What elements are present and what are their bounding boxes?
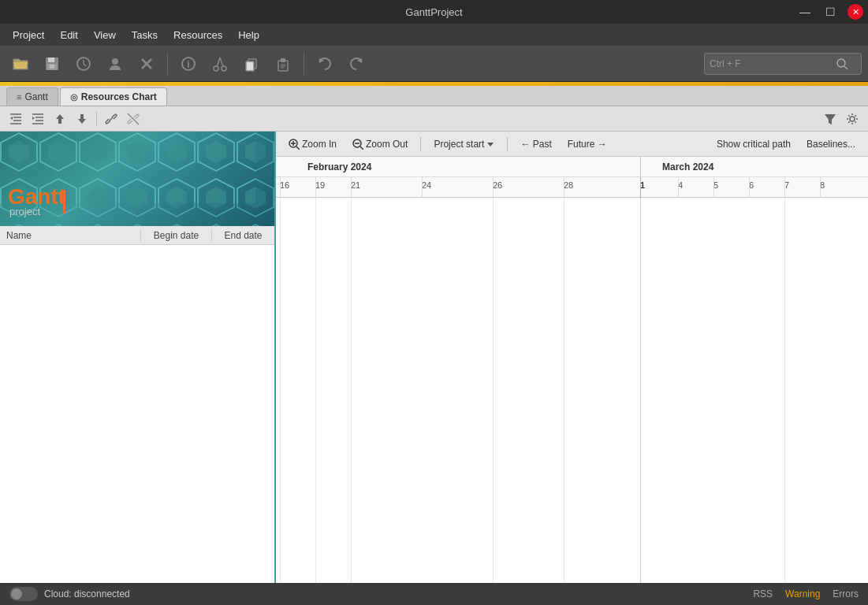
search-input[interactable] <box>710 58 836 69</box>
copy-button[interactable] <box>237 50 266 78</box>
close-button[interactable]: ✕ <box>848 4 863 20</box>
link-button[interactable] <box>102 109 121 128</box>
title-bar: GanttProject — ☐ ✕ <box>0 0 868 24</box>
baselines-button[interactable]: Baselines... <box>800 136 862 152</box>
menu-edit[interactable]: Edit <box>54 27 84 43</box>
secondary-toolbar <box>0 106 868 132</box>
future-button[interactable]: Future → <box>561 136 613 152</box>
grid-v-1 <box>640 198 641 583</box>
svg-marker-37 <box>78 119 86 124</box>
day-line-21 <box>351 177 352 198</box>
link-icon <box>105 113 117 125</box>
day-line-6 <box>749 177 750 198</box>
month-separator <box>640 157 641 176</box>
indent-button[interactable] <box>6 109 25 128</box>
cut-button[interactable] <box>206 50 234 78</box>
day-line-1 <box>640 177 641 198</box>
search-box <box>704 53 862 75</box>
menu-project[interactable]: Project <box>6 27 50 43</box>
indent-icon <box>9 113 22 125</box>
day-line-24 <box>422 177 423 198</box>
undo-icon <box>316 55 333 72</box>
zoom-out-label: Zoom Out <box>366 139 408 150</box>
col-begin-header: Begin date <box>140 230 211 241</box>
svg-point-10 <box>214 66 218 71</box>
maximize-button[interactable]: ☐ <box>818 0 843 24</box>
left-panel-header: Gantt project <box>0 132 274 226</box>
chart-sep-2 <box>507 137 508 151</box>
info-button[interactable]: i <box>174 50 203 78</box>
menu-resources[interactable]: Resources <box>167 27 229 43</box>
zoom-in-label: Zoom In <box>302 139 337 150</box>
left-panel-body[interactable] <box>0 245 274 583</box>
chart-body[interactable] <box>276 198 868 583</box>
delete-button[interactable] <box>132 50 161 78</box>
tab-resources-chart-label: Resources Chart <box>81 91 157 102</box>
tab-gantt[interactable]: ≡ Gantt <box>6 87 58 106</box>
undo-button[interactable] <box>311 50 339 78</box>
delete-icon <box>139 56 155 72</box>
zoom-in-button[interactable]: Zoom In <box>282 136 343 152</box>
grid-v-16 <box>280 198 281 583</box>
svg-line-39 <box>110 117 113 121</box>
day-26: 26 <box>493 180 502 190</box>
move-down-button[interactable] <box>73 109 91 128</box>
day-line-16 <box>280 177 281 198</box>
month-feb-label: February 2024 <box>307 161 371 173</box>
zoom-out-button[interactable]: Zoom Out <box>346 136 414 152</box>
svg-point-42 <box>850 117 855 121</box>
chart-sep-1 <box>420 137 421 151</box>
svg-rect-3 <box>50 65 54 69</box>
copy-icon <box>244 56 259 72</box>
redo-button[interactable] <box>342 50 371 78</box>
col-name-header: Name <box>0 230 140 241</box>
col-end-header: End date <box>211 230 274 241</box>
outdent-icon <box>32 113 44 125</box>
svg-rect-49 <box>63 190 65 213</box>
day-line-7 <box>784 177 785 198</box>
minimize-button[interactable]: — <box>792 0 818 24</box>
grid-v-26 <box>493 198 494 583</box>
unlink-icon <box>127 113 140 125</box>
unlink-button[interactable] <box>124 109 143 128</box>
menu-view[interactable]: View <box>88 27 122 43</box>
svg-point-11 <box>222 66 226 71</box>
history-button[interactable] <box>69 50 98 78</box>
open-folder-icon <box>12 55 29 72</box>
grid-v-7 <box>784 198 785 583</box>
person-button[interactable] <box>101 50 129 78</box>
svg-marker-35 <box>56 114 64 119</box>
past-button[interactable]: ← Past <box>514 136 557 152</box>
errors-link[interactable]: Errors <box>833 588 859 599</box>
svg-rect-38 <box>80 114 84 119</box>
day-line-26 <box>493 177 494 198</box>
right-panel: Zoom In Zoom Out Project start ← Past <box>276 132 868 583</box>
move-up-button[interactable] <box>50 109 69 128</box>
show-critical-path-button[interactable]: Show critical path <box>710 136 797 152</box>
menu-tasks[interactable]: Tasks <box>125 27 164 43</box>
gantt-logo: Gantt project <box>8 182 102 220</box>
tab-resources-chart[interactable]: ◎ Resources Chart <box>60 87 167 106</box>
search-icon <box>836 58 848 70</box>
app-title: GanttProject <box>405 6 462 18</box>
settings-button[interactable] <box>843 109 862 128</box>
paste-button[interactable] <box>269 50 297 78</box>
project-start-button[interactable]: Project start <box>427 136 501 152</box>
grid-v-28 <box>564 198 564 583</box>
svg-marker-57 <box>487 143 494 147</box>
cloud-toggle[interactable] <box>9 587 38 601</box>
outdent-button[interactable] <box>28 109 47 128</box>
day-line-19 <box>315 177 316 198</box>
svg-rect-15 <box>246 61 254 71</box>
menu-help[interactable]: Help <box>232 27 266 43</box>
svg-line-13 <box>220 58 223 67</box>
save-button[interactable] <box>38 50 66 78</box>
future-label: Future → <box>568 139 607 150</box>
day-row: 16 19 21 24 26 28 1 4 5 6 7 <box>276 177 868 198</box>
filter-button[interactable] <box>821 109 840 128</box>
warning-link[interactable]: Warning <box>785 588 820 599</box>
open-folder-button[interactable] <box>6 50 35 78</box>
rss-link[interactable]: RSS <box>753 588 773 599</box>
timeline-header: February 2024 March 2024 16 19 21 24 26 … <box>276 157 868 198</box>
toolbar-sep-1 <box>167 53 168 75</box>
